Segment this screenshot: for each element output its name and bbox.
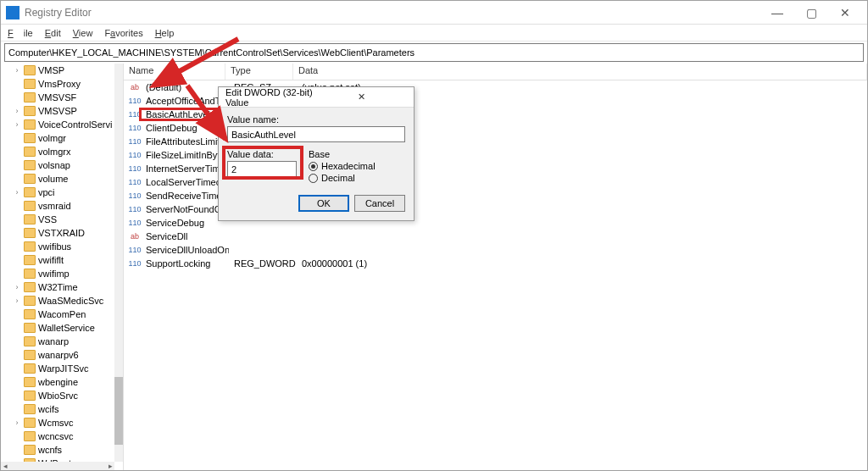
tree-label: VMSVSP bbox=[38, 106, 77, 116]
address-input[interactable] bbox=[8, 47, 860, 58]
string-icon: ab bbox=[129, 230, 141, 242]
tree-item-wcnfs[interactable]: wcnfs bbox=[1, 443, 114, 457]
tree-label: wcncsvc bbox=[38, 431, 74, 441]
tree-vscrollbar[interactable] bbox=[114, 64, 123, 462]
radio-dec[interactable]: Decimal bbox=[309, 173, 405, 183]
scroll-thumb[interactable] bbox=[114, 377, 123, 445]
tree-item-volume[interactable]: volume bbox=[1, 172, 114, 186]
tree-label: vwifimp bbox=[38, 269, 70, 279]
tree-item-vwifibus[interactable]: vwifibus bbox=[1, 240, 114, 253]
folder-icon bbox=[24, 418, 36, 428]
value-data-input[interactable] bbox=[227, 161, 297, 177]
radio-hex[interactable]: Hexadecimal bbox=[309, 161, 405, 171]
folder-icon bbox=[24, 174, 36, 184]
dword-icon: 110 bbox=[129, 122, 141, 134]
tree-item-vwififlt[interactable]: vwififlt bbox=[1, 253, 114, 267]
tree-item-vpci[interactable]: ›vpci bbox=[1, 186, 114, 199]
tree-item-volsnap[interactable]: volsnap bbox=[1, 158, 114, 172]
tree-item-volmgr[interactable]: volmgr bbox=[1, 131, 114, 145]
folder-icon bbox=[24, 404, 36, 414]
col-type[interactable]: Type bbox=[225, 64, 293, 80]
col-data[interactable]: Data bbox=[293, 64, 867, 80]
folder-icon bbox=[24, 119, 36, 130]
expander-icon[interactable]: › bbox=[13, 283, 21, 291]
folder-icon bbox=[24, 241, 36, 252]
tree-label: vpci bbox=[38, 187, 55, 197]
menu-help[interactable]: Help bbox=[150, 28, 180, 38]
menu-favorites[interactable]: Favorites bbox=[99, 28, 147, 38]
expander-icon[interactable]: › bbox=[13, 296, 21, 305]
tree-label: VSS bbox=[38, 214, 57, 224]
tree-item-wbiosrvc[interactable]: WbioSrvc bbox=[1, 389, 114, 402]
value-name: ServerNotFoundCacheLife bbox=[141, 204, 229, 214]
tree-item-volmgrx[interactable]: volmgrx bbox=[1, 145, 114, 158]
dword-icon: 110 bbox=[129, 163, 141, 175]
ok-button[interactable]: OK bbox=[298, 195, 349, 212]
menu-view[interactable]: View bbox=[68, 28, 98, 38]
tree-item-wcncsvc[interactable]: wcncsvc bbox=[1, 429, 114, 443]
value-name-input[interactable] bbox=[227, 126, 405, 142]
string-icon: ab bbox=[129, 81, 141, 93]
expander-icon[interactable]: › bbox=[13, 107, 21, 115]
radio-icon bbox=[309, 174, 318, 183]
tree-item-wanarp[interactable]: wanarp bbox=[1, 335, 114, 348]
dword-icon: 110 bbox=[129, 108, 141, 120]
dword-icon: 110 bbox=[129, 136, 141, 147]
address-bar[interactable] bbox=[4, 43, 864, 62]
list-row[interactable]: 110SupportLockingREG_DWORD0x00000001 (1) bbox=[124, 257, 867, 270]
dword-icon: 110 bbox=[129, 244, 141, 256]
tree-item-vwifimp[interactable]: vwifimp bbox=[1, 267, 114, 280]
folder-icon bbox=[24, 445, 36, 455]
expander-icon[interactable]: › bbox=[13, 188, 21, 197]
app-icon bbox=[6, 6, 19, 19]
list-row[interactable]: abServiceDll bbox=[124, 230, 867, 243]
tree-item-vmsproxy[interactable]: VmsProxy bbox=[1, 77, 114, 91]
tree-item-wbengine[interactable]: wbengine bbox=[1, 375, 114, 389]
tree-item-wcmsvc[interactable]: ›Wcmsvc bbox=[1, 416, 114, 429]
tree-item-vmsp[interactable]: ›VMSP bbox=[1, 64, 114, 77]
value-name: ServiceDll bbox=[141, 231, 229, 241]
value-name: AcceptOfficeAndTahoeSer... bbox=[141, 96, 229, 106]
value-type: REG_DWORD bbox=[229, 258, 297, 269]
folder-icon bbox=[24, 106, 36, 116]
folder-icon bbox=[24, 336, 36, 346]
tree-label: volsnap bbox=[38, 160, 70, 170]
list-row[interactable]: 110ServiceDllUnloadOnStop bbox=[124, 243, 867, 257]
tree-item-wcifs[interactable]: wcifs bbox=[1, 402, 114, 416]
value-name: (Default) bbox=[141, 82, 229, 92]
tree-item-warpjitsvc[interactable]: WarpJITSvc bbox=[1, 362, 114, 375]
base-label: Base bbox=[309, 149, 405, 159]
tree-label: volmgrx bbox=[38, 147, 71, 157]
dword-icon: 110 bbox=[129, 149, 141, 161]
maximize-button[interactable]: ▢ bbox=[794, 1, 828, 25]
menu-edit[interactable]: Edit bbox=[40, 28, 66, 38]
value-name: LocalServerTimeoutInSec bbox=[141, 177, 229, 187]
close-button[interactable]: ✕ bbox=[828, 1, 862, 25]
expander-icon[interactable]: › bbox=[13, 418, 21, 427]
dialog-close-button[interactable]: ✕ bbox=[316, 91, 407, 103]
tree-hscrollbar[interactable]: ◂▸ bbox=[1, 462, 114, 470]
tree-item-walletservice[interactable]: WalletService bbox=[1, 321, 114, 335]
tree-item-vmsvsp[interactable]: ›VMSVSP bbox=[1, 104, 114, 118]
tree-panel: ›VMSPVmsProxyVMSVSF›VMSVSP›VoiceControlS… bbox=[1, 64, 124, 470]
value-name: ClientDebug bbox=[141, 123, 229, 133]
minimize-button[interactable]: — bbox=[760, 1, 794, 25]
tree-item-waasmedicsvc[interactable]: ›WaaSMedicSvc bbox=[1, 294, 114, 308]
expander-icon[interactable]: › bbox=[13, 66, 21, 75]
tree-item-vsmraid[interactable]: vsmraid bbox=[1, 199, 114, 213]
tree-item-vstxraid[interactable]: VSTXRAID bbox=[1, 226, 114, 240]
tree-item-vmsvsf[interactable]: VMSVSF bbox=[1, 91, 114, 104]
tree-item-w32time[interactable]: ›W32Time bbox=[1, 280, 114, 294]
cancel-button[interactable]: Cancel bbox=[354, 195, 405, 212]
tree-item-wanarpv6[interactable]: wanarpv6 bbox=[1, 348, 114, 362]
tree-item-voicecontrolservi[interactable]: ›VoiceControlServi bbox=[1, 118, 114, 131]
tree-label: VoiceControlServi bbox=[38, 119, 112, 130]
tree-item-vss[interactable]: VSS bbox=[1, 213, 114, 226]
col-name[interactable]: Name bbox=[124, 64, 225, 80]
folder-icon bbox=[24, 296, 36, 306]
tree-item-wacompen[interactable]: WacomPen bbox=[1, 308, 114, 321]
expander-icon[interactable]: › bbox=[13, 120, 21, 129]
menu-file[interactable]: File bbox=[3, 28, 38, 38]
dword-icon: 110 bbox=[129, 203, 141, 215]
folder-icon bbox=[24, 269, 36, 279]
